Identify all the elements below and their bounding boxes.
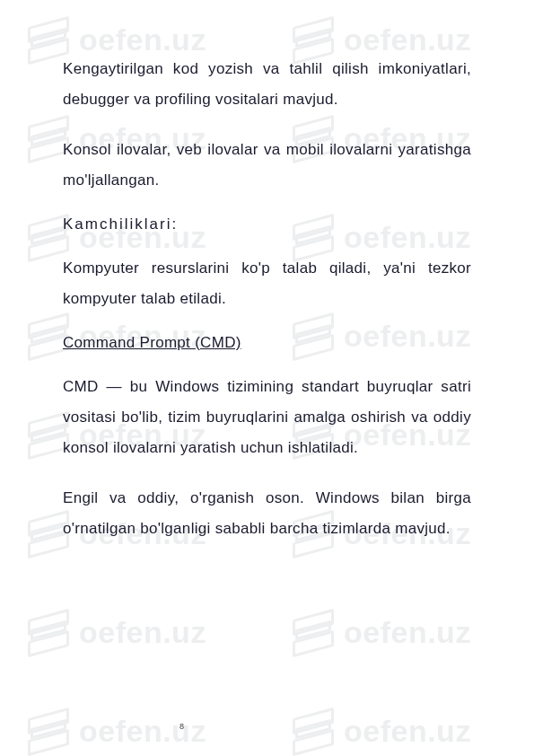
paragraph: Engil va oddiy, o'rganish oson. Windows …	[63, 483, 471, 544]
watermark-text: oefen.uz	[344, 714, 471, 749]
paragraph: Kompyuter resurslarini ko'p talab qiladi…	[63, 253, 471, 314]
subsection-heading: Command Prompt (CMD)	[63, 334, 471, 352]
paragraph: Kengaytirilgan kod yozish va tahlil qili…	[63, 54, 471, 115]
watermark-stamp: oefen.uz	[292, 709, 471, 752]
paragraph: CMD — bu Windows tizimining standart buy…	[63, 372, 471, 463]
layers-icon	[27, 611, 70, 654]
watermark-stamp: oefen.uz	[27, 709, 206, 752]
watermark-stamp: oefen.uz	[27, 611, 206, 654]
layers-icon	[292, 709, 335, 752]
document-content: Kengaytirilgan kod yozish va tahlil qili…	[0, 0, 534, 600]
watermark-text: oefen.uz	[79, 714, 206, 749]
watermark-stamp: oefen.uz	[292, 611, 471, 654]
layers-icon	[292, 611, 335, 654]
page-number: 8	[179, 722, 184, 731]
section-heading: Kamchiliklari:	[63, 215, 471, 233]
watermark-text: oefen.uz	[79, 615, 206, 650]
layers-icon	[27, 709, 70, 752]
paragraph: Konsol ilovalar, veb ilovalar va mobil i…	[63, 135, 471, 196]
watermark-text: oefen.uz	[344, 615, 471, 650]
